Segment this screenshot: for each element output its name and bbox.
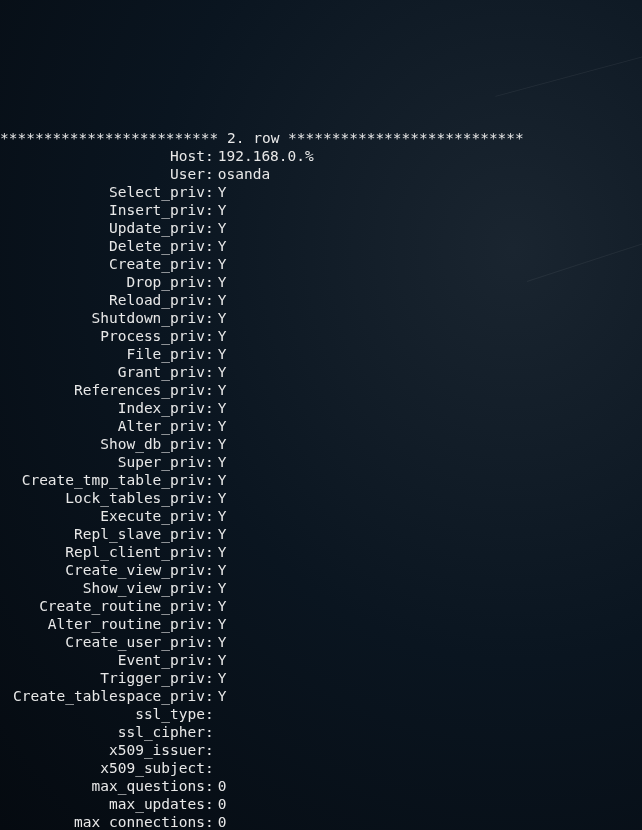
- field-row: max_connections:0: [0, 813, 642, 830]
- field-value: Y: [214, 435, 227, 453]
- field-row: Alter_routine_priv:Y: [0, 615, 642, 633]
- field-row: max_questions:0: [0, 777, 642, 795]
- field-row: Create_user_priv:Y: [0, 633, 642, 651]
- field-separator: :: [205, 219, 214, 237]
- field-row: Delete_priv:Y: [0, 237, 642, 255]
- field-separator: :: [205, 237, 214, 255]
- field-separator: :: [205, 273, 214, 291]
- field-row: Create_routine_priv:Y: [0, 597, 642, 615]
- field-separator: :: [205, 525, 214, 543]
- field-value: Y: [214, 291, 227, 309]
- field-row: Alter_priv:Y: [0, 417, 642, 435]
- field-key: Super_priv: [0, 453, 205, 471]
- field-row: Shutdown_priv:Y: [0, 309, 642, 327]
- field-key: Drop_priv: [0, 273, 205, 291]
- field-key: Grant_priv: [0, 363, 205, 381]
- stars-right: ***************************: [288, 130, 524, 146]
- field-key: Repl_slave_priv: [0, 525, 205, 543]
- field-row: Lock_tables_priv:Y: [0, 489, 642, 507]
- field-key: Shutdown_priv: [0, 309, 205, 327]
- field-value: Y: [214, 597, 227, 615]
- field-key: Create_view_priv: [0, 561, 205, 579]
- field-separator: :: [205, 777, 214, 795]
- field-value: 0: [214, 795, 227, 813]
- field-separator: :: [205, 579, 214, 597]
- field-row: File_priv:Y: [0, 345, 642, 363]
- field-row: Update_priv:Y: [0, 219, 642, 237]
- field-value: Y: [214, 345, 227, 363]
- field-row: Event_priv:Y: [0, 651, 642, 669]
- field-separator: :: [205, 723, 214, 741]
- field-value: Y: [214, 399, 227, 417]
- field-key: Create_routine_priv: [0, 597, 205, 615]
- field-row: Super_priv:Y: [0, 453, 642, 471]
- field-separator: :: [205, 255, 214, 273]
- field-key: max_connections: [0, 813, 205, 830]
- field-row: Repl_client_priv:Y: [0, 543, 642, 561]
- field-separator: :: [205, 381, 214, 399]
- stars-left: *************************: [0, 130, 218, 146]
- field-value: Y: [214, 363, 227, 381]
- field-key: Event_priv: [0, 651, 205, 669]
- field-separator: :: [205, 507, 214, 525]
- field-value: Y: [214, 381, 227, 399]
- field-key: Process_priv: [0, 327, 205, 345]
- field-value: 192.168.0.%: [214, 147, 314, 165]
- field-key: Trigger_priv: [0, 669, 205, 687]
- row-separator: ************************* 2. row *******…: [0, 129, 642, 147]
- field-separator: :: [205, 597, 214, 615]
- field-key: max_updates: [0, 795, 205, 813]
- field-value: Y: [214, 615, 227, 633]
- terminal-output: ************************* 2. row *******…: [0, 129, 642, 830]
- field-separator: :: [205, 183, 214, 201]
- field-row: Insert_priv:Y: [0, 201, 642, 219]
- field-separator: :: [205, 345, 214, 363]
- field-key: max_questions: [0, 777, 205, 795]
- field-key: Create_tmp_table_priv: [0, 471, 205, 489]
- field-row: References_priv:Y: [0, 381, 642, 399]
- field-separator: :: [205, 399, 214, 417]
- field-separator: :: [205, 615, 214, 633]
- field-separator: :: [205, 471, 214, 489]
- field-key: Host: [0, 147, 205, 165]
- row-label: 2. row: [218, 130, 288, 146]
- field-key: Execute_priv: [0, 507, 205, 525]
- field-value: Y: [214, 507, 227, 525]
- field-separator: :: [205, 327, 214, 345]
- field-separator: :: [205, 813, 214, 830]
- field-value: Y: [214, 453, 227, 471]
- field-row: x509_issuer:: [0, 741, 642, 759]
- field-row: ssl_type:: [0, 705, 642, 723]
- field-row: Reload_priv:Y: [0, 291, 642, 309]
- field-value: Y: [214, 219, 227, 237]
- field-value: Y: [214, 669, 227, 687]
- field-separator: :: [205, 759, 214, 777]
- field-row: Process_priv:Y: [0, 327, 642, 345]
- field-row: Create_tablespace_priv:Y: [0, 687, 642, 705]
- field-key: Show_db_priv: [0, 435, 205, 453]
- field-separator: :: [205, 291, 214, 309]
- field-separator: :: [205, 633, 214, 651]
- field-value: Y: [214, 543, 227, 561]
- field-value: Y: [214, 273, 227, 291]
- field-key: Show_view_priv: [0, 579, 205, 597]
- field-key: Reload_priv: [0, 291, 205, 309]
- field-key: Select_priv: [0, 183, 205, 201]
- field-row: Repl_slave_priv:Y: [0, 525, 642, 543]
- field-key: Alter_routine_priv: [0, 615, 205, 633]
- field-row: Host:192.168.0.%: [0, 147, 642, 165]
- field-key: Insert_priv: [0, 201, 205, 219]
- field-separator: :: [205, 651, 214, 669]
- field-separator: :: [205, 741, 214, 759]
- field-separator: :: [205, 417, 214, 435]
- field-value: Y: [214, 687, 227, 705]
- field-separator: :: [205, 435, 214, 453]
- field-value: Y: [214, 651, 227, 669]
- field-key: ssl_cipher: [0, 723, 205, 741]
- field-value: Y: [214, 471, 227, 489]
- field-separator: :: [205, 453, 214, 471]
- field-value: Y: [214, 183, 227, 201]
- field-row: ssl_cipher:: [0, 723, 642, 741]
- field-key: ssl_type: [0, 705, 205, 723]
- field-key: User: [0, 165, 205, 183]
